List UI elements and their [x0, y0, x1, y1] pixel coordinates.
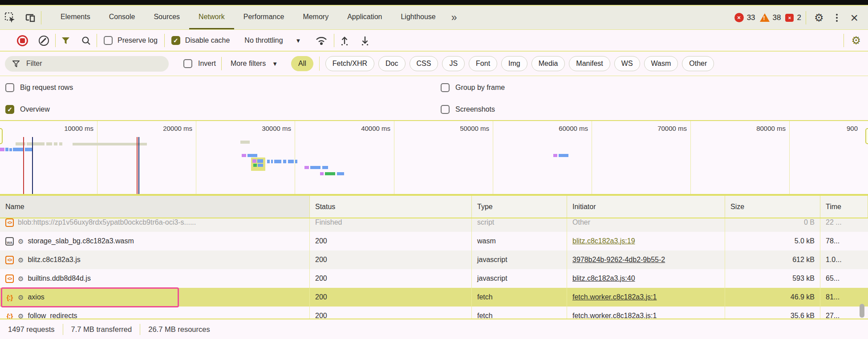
group-by-frame-checkbox[interactable] [441, 83, 450, 92]
initiator-link[interactable]: fetch.worker.c8c182a3.js:1 [572, 293, 657, 301]
initiator-link[interactable]: blitz.c8c182a3.js:40 [572, 274, 635, 282]
overview-left-handle[interactable] [0, 128, 3, 144]
console-warnings-badge[interactable]: ! 38 [760, 13, 781, 22]
throttling-select[interactable]: No throttling ▼ [236, 36, 309, 44]
group-by-frame-option[interactable]: Group by frame [441, 83, 505, 92]
request-type-chips: AllFetch/XHRDocCSSJSFontImgMediaManifest… [291, 56, 714, 71]
preserve-log-option[interactable]: Preserve log [97, 36, 164, 45]
tab-application[interactable]: Application [338, 6, 391, 29]
clear-network-log-button[interactable] [39, 36, 49, 46]
search-icon [81, 36, 91, 45]
chip-manifest[interactable]: Manifest [569, 56, 610, 71]
network-overview-timeline[interactable]: 10000 ms20000 ms30000 ms40000 ms50000 ms… [0, 120, 868, 195]
page-event-line [138, 137, 139, 194]
search-button[interactable] [76, 36, 97, 45]
export-har-button[interactable] [355, 36, 375, 45]
tab-lighthouse[interactable]: Lighthouse [391, 6, 445, 29]
disable-cache-checkbox[interactable]: ✓ [171, 36, 180, 45]
screenshots-checkbox[interactable] [441, 105, 450, 114]
wasm-file-icon: WA [5, 237, 14, 246]
overview-checkbox[interactable]: ✓ [5, 105, 14, 114]
timeline-tick-label: 80000 ms [756, 125, 786, 132]
initiator-link[interactable]: fetch.worker.c8c182a3.js:1 [572, 312, 657, 319]
issues-badge[interactable]: × 2 [785, 13, 801, 22]
column-header-size[interactable]: Size [725, 196, 820, 218]
request-row[interactable]: <>⚙blitz.c8c182a3.js200javascript3978b24… [0, 250, 868, 269]
chip-other[interactable]: Other [682, 56, 714, 71]
tab-elements[interactable]: Elements [51, 6, 100, 29]
divider [41, 11, 41, 24]
fetch-request-icon: {:} [5, 294, 14, 301]
request-row[interactable]: <>⚙builtins.ddb8d84d.js200javascriptblit… [0, 269, 868, 288]
request-row[interactable]: {:}⚙axios200fetchfetch.worker.c8c182a3.j… [0, 288, 868, 307]
big-request-rows-option[interactable]: Big request rows [5, 83, 73, 92]
time-cell: 1.0... [820, 250, 868, 269]
filter-toggle-button[interactable] [56, 37, 76, 44]
request-row[interactable]: WA⚙storage_slab_bg.c8c182a3.wasm200wasmb… [0, 232, 868, 250]
name-cell: {:}⚙axios [0, 288, 310, 307]
more-tabs-button[interactable]: » [445, 6, 463, 29]
invert-checkbox[interactable] [183, 59, 192, 68]
script-file-icon: <> [5, 218, 14, 227]
name-cell: <>⚙blitz.c8c182a3.js [0, 250, 310, 269]
initiator-link[interactable]: 3978b24b-9262-4db2-9b55-2 [572, 256, 665, 264]
waterfall-bar [295, 160, 297, 163]
chip-wasm[interactable]: Wasm [644, 56, 678, 71]
column-header-initiator[interactable]: Initiator [567, 196, 725, 218]
request-row[interactable]: {:}⚙follow_redirects200fetchfetch.worker… [0, 307, 868, 319]
tab-memory[interactable]: Memory [293, 6, 338, 29]
status-cell: 200 [310, 250, 472, 269]
waterfall-bar [310, 166, 320, 169]
invert-option[interactable]: Invert [183, 59, 216, 68]
column-header-time[interactable]: Time [820, 196, 868, 218]
chip-ws[interactable]: WS [614, 56, 640, 71]
network-summary-bar: 1497 requests 7.7 MB transferred 26.7 MB… [0, 319, 868, 339]
request-row[interactable]: <>blob:https://zp1v56uxy8rdx5ypatb0ockcb… [0, 218, 868, 232]
network-settings-gear-button[interactable]: ⚙ [844, 35, 868, 46]
column-header-name[interactable]: Name [0, 196, 310, 218]
tab-console[interactable]: Console [100, 6, 145, 29]
initiator-link[interactable]: blitz.c8c182a3.js:19 [572, 237, 635, 245]
more-filters-select[interactable]: More filters ▼ [222, 60, 287, 68]
inspect-element-button[interactable] [0, 6, 20, 29]
size-cell: 593 kB [725, 269, 820, 288]
disable-cache-option[interactable]: ✓ Disable cache [165, 36, 237, 45]
big-request-rows-checkbox[interactable] [5, 83, 14, 92]
filter-input[interactable]: Filter [5, 56, 169, 72]
console-errors-badge[interactable]: × 33 [734, 13, 755, 22]
timeline-tick-label: 60000 ms [559, 125, 588, 132]
chip-img[interactable]: Img [501, 56, 527, 71]
network-conditions-button[interactable] [309, 36, 334, 45]
import-har-button[interactable] [334, 36, 355, 45]
close-devtools-button[interactable]: × [847, 11, 862, 24]
screenshots-option[interactable]: Screenshots [441, 105, 495, 114]
waterfall-bar [267, 160, 270, 163]
tab-sources[interactable]: Sources [144, 6, 189, 29]
overview-right-handle[interactable] [865, 128, 868, 144]
preserve-log-checkbox[interactable] [104, 36, 113, 45]
chip-media[interactable]: Media [531, 56, 565, 71]
device-toolbar-button[interactable] [20, 6, 41, 29]
chip-fetchxhr[interactable]: Fetch/XHR [325, 56, 374, 71]
more-options-kebab-button[interactable] [831, 14, 842, 22]
tab-network[interactable]: Network [189, 6, 234, 29]
column-header-type[interactable]: Type [472, 196, 567, 218]
timeline-gridline [592, 121, 592, 194]
script-file-icon: <> [5, 274, 14, 283]
chip-js[interactable]: JS [442, 56, 465, 71]
big-request-rows-label: Big request rows [20, 84, 73, 92]
settings-gear-button[interactable]: ⚙ [811, 12, 827, 23]
timeline-gridline [97, 121, 97, 194]
record-network-log-button[interactable] [17, 35, 28, 46]
vertical-scrollbar[interactable] [860, 304, 864, 318]
funnel-icon [12, 61, 20, 67]
warning-count: 38 [773, 13, 781, 22]
chip-css[interactable]: CSS [410, 56, 438, 71]
column-header-status[interactable]: Status [310, 196, 472, 218]
chip-font[interactable]: Font [469, 56, 497, 71]
waterfall-bar [274, 160, 281, 163]
chip-all[interactable]: All [291, 56, 313, 71]
overview-option[interactable]: ✓ Overview [5, 105, 50, 114]
tab-performance[interactable]: Performance [234, 6, 294, 29]
chip-doc[interactable]: Doc [378, 56, 405, 71]
